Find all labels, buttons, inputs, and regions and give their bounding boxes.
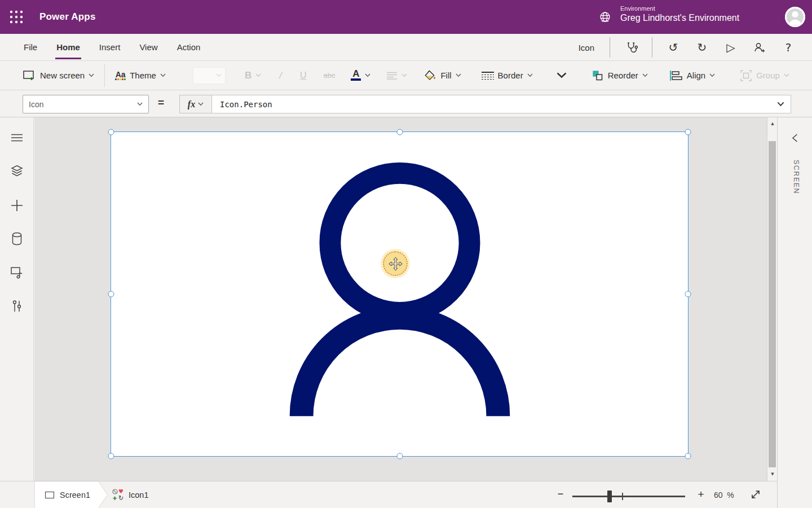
fill-bucket-icon (424, 69, 436, 82)
new-screen-icon (23, 70, 36, 81)
panel-expand-chevron-icon[interactable] (791, 133, 798, 143)
border-button[interactable]: Border (482, 71, 533, 80)
environment-switcher[interactable]: Environment Greg Lindhorst's Environment (620, 5, 739, 23)
preview-play-icon[interactable]: ▷ (723, 40, 739, 55)
menubar-right-cluster: Icon ↺ ↻ ▷ ? (579, 34, 796, 61)
fx-dropdown[interactable]: fx (179, 95, 212, 113)
chevron-down-icon (709, 73, 715, 77)
resize-handle-se[interactable] (685, 453, 691, 459)
data-sources-icon[interactable] (8, 230, 26, 248)
screen-canvas[interactable] (111, 132, 689, 457)
resize-handle-sw[interactable] (108, 453, 114, 459)
move-cursor-icon (389, 257, 403, 271)
menu-tab-home[interactable]: Home (55, 34, 81, 61)
chevron-down-icon (642, 73, 648, 77)
formula-bar: Icon = fx Icon.Person (0, 90, 812, 117)
resize-handle-n[interactable] (396, 129, 403, 135)
reorder-label: Reorder (608, 71, 638, 80)
chevron-down-icon (160, 73, 166, 77)
tree-view-layers-icon[interactable] (8, 162, 26, 180)
menu-tab-view[interactable]: View (138, 34, 158, 61)
zoom-100-tick (622, 493, 623, 500)
new-screen-button[interactable]: New screen (23, 70, 94, 81)
property-dropdown[interactable]: Icon (23, 95, 149, 113)
font-color-button[interactable]: A (351, 70, 370, 81)
more-formatting-button[interactable] (557, 72, 567, 78)
chevron-down-icon (365, 73, 370, 77)
chevron-down-icon (255, 73, 261, 77)
vertical-scrollbar[interactable]: ▲ ▼ (767, 117, 777, 481)
undo-icon[interactable]: ↺ (665, 40, 681, 55)
environment-name: Greg Lindhorst's Environment (620, 13, 739, 23)
chevron-down-icon (137, 102, 143, 106)
screen-properties-panel[interactable]: SCREEN (777, 117, 812, 508)
waffle-menu-icon[interactable] (8, 8, 25, 25)
text-align-button (386, 72, 407, 80)
screen1-tab-label: Screen1 (60, 491, 90, 500)
icon1-label: Icon1 (129, 491, 148, 500)
menu-tab-action[interactable]: Action (176, 34, 202, 61)
zoom-out-button[interactable]: − (554, 488, 567, 500)
icon1-breadcrumb[interactable]: ♥ + ↻ Icon1 (112, 481, 148, 508)
group-icon (740, 69, 752, 82)
formula-input[interactable]: Icon.Person (211, 95, 791, 113)
chevron-down-icon (527, 73, 533, 77)
zoom-in-button[interactable]: + (695, 488, 707, 501)
scroll-down-icon[interactable]: ▼ (767, 472, 778, 476)
menu-tab-insert[interactable]: Insert (98, 34, 122, 61)
chevron-down-icon (557, 72, 567, 78)
scroll-up-icon[interactable]: ▲ (767, 121, 778, 126)
share-add-person-icon[interactable] (752, 40, 767, 55)
resize-handle-w[interactable] (108, 291, 114, 297)
canvas-backdrop[interactable] (34, 117, 767, 481)
zoom-value: 60 (714, 491, 723, 500)
border-icon (482, 72, 494, 80)
fill-button[interactable]: Fill (424, 69, 461, 82)
chevron-down-icon (401, 73, 407, 77)
status-bar: Screen1 ♥ + ↻ Icon1 − + 60 % (0, 481, 777, 508)
fit-to-window-icon[interactable] (750, 489, 761, 500)
hamburger-menu-icon[interactable] (8, 129, 26, 147)
formula-expand-chevron[interactable] (777, 102, 784, 107)
underline-button: U (300, 71, 307, 81)
help-icon[interactable]: ? (780, 40, 796, 55)
resize-handle-nw[interactable] (108, 129, 114, 135)
equals-sign: = (158, 97, 164, 109)
font-color-icon: A (351, 70, 361, 81)
menu-tab-file[interactable]: File (23, 34, 38, 61)
zoom-slider[interactable] (572, 496, 685, 497)
redo-icon[interactable]: ↻ (694, 40, 710, 55)
theme-button[interactable]: Aa Theme (115, 71, 166, 80)
insert-plus-icon[interactable] (8, 196, 26, 214)
resize-handle-e[interactable] (685, 291, 691, 297)
person-icon-control[interactable] (111, 132, 688, 456)
advanced-tools-icon[interactable] (8, 297, 26, 316)
environment-label: Environment (620, 5, 739, 12)
media-icon[interactable] (8, 264, 26, 282)
border-label: Border (498, 71, 523, 80)
screen1-tab[interactable]: Screen1 (35, 481, 107, 508)
divider (610, 37, 610, 58)
underline-label: U (300, 71, 307, 81)
scrollbar-thumb[interactable] (769, 141, 776, 467)
fill-label: Fill (440, 71, 451, 80)
zoom-level-readout: 60 % (714, 491, 734, 500)
panel-title-vertical: SCREEN (792, 160, 800, 194)
blocked-icon (112, 489, 118, 494)
resize-handle-s[interactable] (396, 453, 403, 459)
refresh-icon: ↻ (118, 495, 123, 501)
reorder-button[interactable]: Reorder (592, 69, 648, 82)
left-rail (0, 117, 34, 481)
divider (104, 64, 105, 87)
app-checker-icon[interactable] (623, 40, 639, 55)
zoom-slider-thumb[interactable] (607, 491, 612, 502)
plus-icon: + (113, 495, 117, 501)
strikethrough-button: abc (323, 71, 335, 80)
align-button[interactable]: Align (669, 70, 715, 81)
waffle-dots (9, 10, 24, 24)
workspace: ▲ ▼ SCREEN (0, 117, 812, 481)
group-label: Group (756, 71, 780, 80)
theme-icon: Aa (115, 71, 126, 80)
avatar[interactable] (785, 7, 805, 27)
resize-handle-ne[interactable] (685, 129, 691, 135)
